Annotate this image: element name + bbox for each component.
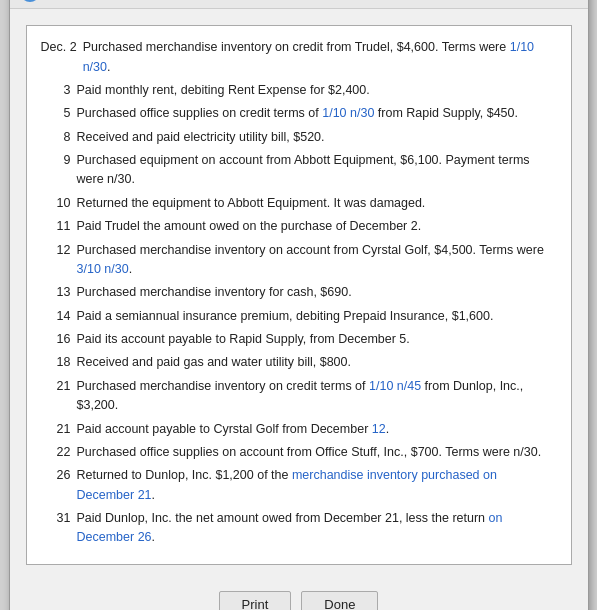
list-item: 16Paid its account payable to Rapid Supp… [41,330,557,349]
title-bar-left: i More Info [20,0,107,2]
list-item: 18Received and paid gas and water utilit… [41,353,557,372]
entry-text: Paid its account payable to Rapid Supply… [77,330,557,349]
done-button[interactable]: Done [301,591,378,610]
list-item: 22Purchased office supplies on account f… [41,443,557,462]
entry-number: 31 [41,509,77,548]
print-button[interactable]: Print [219,591,292,610]
entry-text: Paid a semiannual insurance premium, deb… [77,307,557,326]
info-icon: i [20,0,40,2]
entry-number: 18 [41,353,77,372]
entry-text: Received and paid gas and water utility … [77,353,557,372]
entry-text: Paid Dunlop, Inc. the net amount owed fr… [77,509,557,548]
entry-number: 22 [41,443,77,462]
list-item: 21Purchased merchandise inventory on cre… [41,377,557,416]
list-item: 12Purchased merchandise inventory on acc… [41,241,557,280]
entry-number: 5 [41,104,77,123]
entry-text: Paid monthly rent, debiting Rent Expense… [77,81,557,100]
entry-number: 3 [41,81,77,100]
entry-number: 26 [41,466,77,505]
entry-text: Purchased equipment on account from Abbo… [77,151,557,190]
entry-number: 14 [41,307,77,326]
entry-text: Purchased merchandise inventory on credi… [83,38,557,77]
list-item: 11Paid Trudel the amount owed on the pur… [41,217,557,236]
entry-text: Purchased merchandise inventory for cash… [77,283,557,302]
entry-text: Returned the equipment to Abbott Equipme… [77,194,557,213]
title-bar: i More Info — ✕ [10,0,588,9]
entry-number: Dec. 2 [41,38,83,77]
entry-number: 10 [41,194,77,213]
content-area: Dec. 2Purchased merchandise inventory on… [10,9,588,581]
list-item: 8Received and paid electricity utility b… [41,128,557,147]
list-item: 14Paid a semiannual insurance premium, d… [41,307,557,326]
entry-text: Purchased merchandise inventory on accou… [77,241,557,280]
entry-number: 21 [41,377,77,416]
dialog: i More Info — ✕ Dec. 2Purchased merchand… [9,0,589,610]
entry-number: 12 [41,241,77,280]
list-item: 21Paid account payable to Cyrstal Golf f… [41,420,557,439]
entry-text: Returned to Dunlop, Inc. $1,200 of the m… [77,466,557,505]
entry-number: 21 [41,420,77,439]
list-item: 31Paid Dunlop, Inc. the net amount owed … [41,509,557,548]
list-item: Dec. 2Purchased merchandise inventory on… [41,38,557,77]
list-item: 9Purchased equipment on account from Abb… [41,151,557,190]
footer: Print Done [10,581,588,610]
entry-text: Purchased merchandise inventory on credi… [77,377,557,416]
entry-text: Received and paid electricity utility bi… [77,128,557,147]
list-item: 10Returned the equipment to Abbott Equip… [41,194,557,213]
entry-text: Paid Trudel the amount owed on the purch… [77,217,557,236]
list-item: 13Purchased merchandise inventory for ca… [41,283,557,302]
entry-number: 11 [41,217,77,236]
entry-text: Purchased office supplies on account fro… [77,443,557,462]
entry-text: Purchased office supplies on credit term… [77,104,557,123]
entry-number: 13 [41,283,77,302]
list-item: 5Purchased office supplies on credit ter… [41,104,557,123]
entry-number: 8 [41,128,77,147]
list-item: 26Returned to Dunlop, Inc. $1,200 of the… [41,466,557,505]
entry-number: 9 [41,151,77,190]
info-box: Dec. 2Purchased merchandise inventory on… [26,25,572,565]
list-item: 3Paid monthly rent, debiting Rent Expens… [41,81,557,100]
entry-number: 16 [41,330,77,349]
entry-text: Paid account payable to Cyrstal Golf fro… [77,420,557,439]
